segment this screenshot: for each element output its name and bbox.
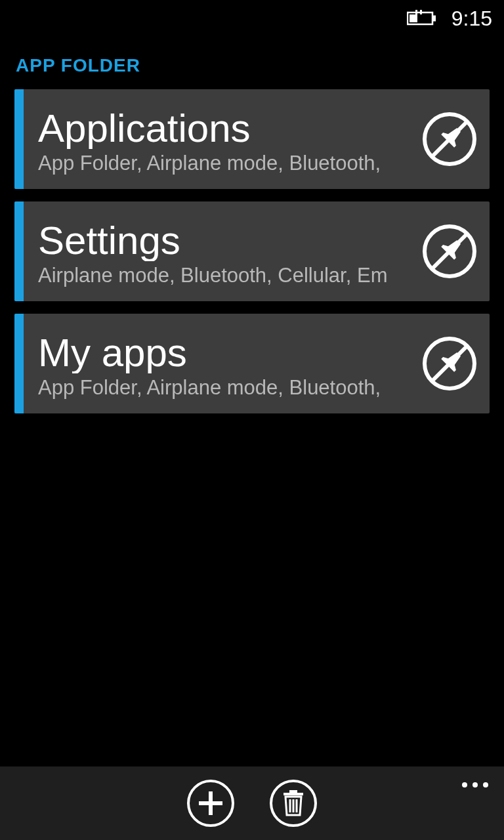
- folder-subtitle: App Folder, Airplane mode, Bluetooth,: [38, 376, 410, 400]
- status-bar: 9:15: [0, 0, 504, 37]
- app-bar: [0, 766, 504, 840]
- folder-accent-bar: [14, 201, 24, 301]
- unpin-icon: [421, 223, 478, 280]
- unpin-button[interactable]: [410, 201, 490, 301]
- dot-icon: [472, 782, 478, 788]
- folder-item-applications[interactable]: Applications App Folder, Airplane mode, …: [14, 89, 490, 189]
- dot-icon: [462, 782, 467, 788]
- folder-text: My apps App Folder, Airplane mode, Bluet…: [24, 314, 410, 413]
- page-header: APP FOLDER: [0, 37, 504, 89]
- folder-title: Applications: [38, 108, 410, 149]
- svg-rect-2: [410, 14, 417, 22]
- svg-line-10: [432, 346, 467, 381]
- dot-icon: [483, 782, 488, 788]
- folder-subtitle: Airplane mode, Bluetooth, Cellular, Em: [38, 264, 410, 287]
- delete-button[interactable]: [270, 780, 317, 827]
- status-time: 9:15: [452, 7, 492, 31]
- plus-icon: [198, 790, 224, 816]
- folder-text: Settings Airplane mode, Bluetooth, Cellu…: [24, 201, 410, 301]
- folder-text: Applications App Folder, Airplane mode, …: [24, 89, 410, 189]
- folder-title: Settings: [38, 220, 410, 261]
- svg-rect-1: [432, 16, 436, 22]
- svg-line-8: [432, 234, 467, 268]
- add-button[interactable]: [187, 780, 234, 827]
- battery-charging-icon: [407, 10, 437, 27]
- svg-rect-12: [199, 801, 222, 805]
- folder-list: Applications App Folder, Airplane mode, …: [0, 89, 504, 413]
- folder-item-settings[interactable]: Settings Airplane mode, Bluetooth, Cellu…: [14, 201, 490, 301]
- folder-title: My apps: [38, 332, 410, 373]
- page-title: APP FOLDER: [16, 55, 488, 76]
- folder-accent-bar: [14, 89, 24, 189]
- unpin-button[interactable]: [410, 314, 490, 413]
- svg-rect-3: [415, 10, 417, 14]
- unpin-icon: [421, 335, 478, 392]
- trash-icon: [281, 789, 306, 818]
- svg-rect-4: [420, 10, 422, 14]
- folder-accent-bar: [14, 314, 24, 413]
- svg-line-6: [432, 122, 467, 156]
- more-button[interactable]: [462, 782, 488, 788]
- unpin-icon: [421, 111, 478, 167]
- folder-subtitle: App Folder, Airplane mode, Bluetooth,: [38, 152, 410, 175]
- folder-item-my-apps[interactable]: My apps App Folder, Airplane mode, Bluet…: [14, 314, 490, 413]
- unpin-button[interactable]: [410, 89, 490, 189]
